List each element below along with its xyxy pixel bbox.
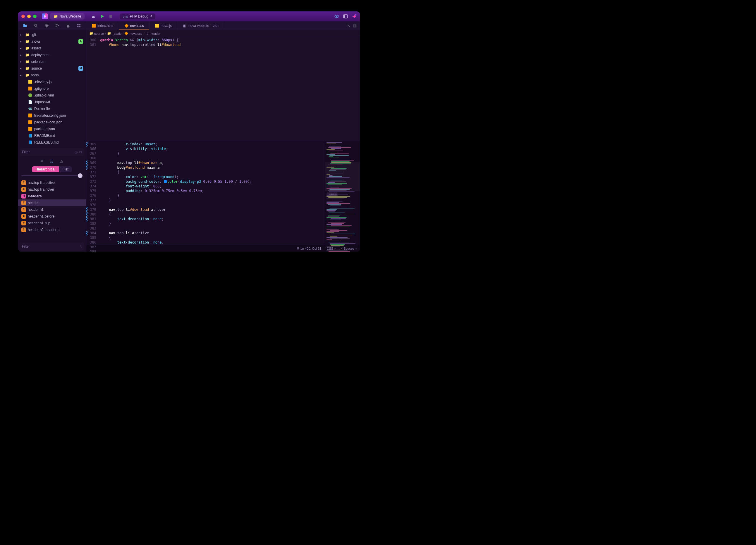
chevron-right-icon[interactable]: ▸	[20, 74, 23, 77]
code-line[interactable]	[99, 226, 325, 231]
chevron-right-icon[interactable]: ▸	[20, 33, 23, 36]
code-line[interactable]: text-decoration: none;	[99, 240, 325, 245]
code-view[interactable]: z-index: unset; visibility: visible; } n…	[99, 141, 325, 245]
file-tree-row[interactable]: ▸📁assets	[18, 45, 86, 51]
symbol-row[interactable]: #header h1	[18, 206, 86, 213]
regex-icon[interactable]: ⑊	[80, 245, 82, 249]
run-icon[interactable]	[100, 14, 104, 19]
symbol-row[interactable]: #header	[18, 200, 86, 206]
cursor-position[interactable]: ⊕ Ln 400, Col 31	[297, 247, 322, 250]
file-tree-row[interactable]: 📘RELEASES.md	[18, 139, 86, 146]
breadcrumb-item[interactable]: 📁source	[89, 32, 104, 35]
file-tree-row[interactable]: 🟨.eleventy.js	[18, 78, 86, 85]
code-line[interactable]	[99, 156, 325, 161]
remote-pane-icon[interactable]	[66, 23, 70, 28]
file-tree-row[interactable]: 🟧.gitignore	[18, 85, 86, 92]
project-title-button[interactable]: 📁 Nova Website	[50, 13, 85, 20]
slider-thumb[interactable]	[78, 173, 83, 178]
file-tree-row[interactable]: 🟧linkinator.config.json	[18, 112, 86, 119]
language-selector[interactable]: CSS ▾	[327, 247, 336, 250]
code-line[interactable]: }	[99, 221, 325, 226]
files-pane-icon[interactable]	[23, 23, 27, 28]
code-line[interactable]: }	[99, 151, 325, 156]
chevron-right-icon[interactable]: ▸	[20, 54, 23, 56]
breadcrumb-item[interactable]: 🔶nova.css	[125, 32, 142, 35]
file-tree-row[interactable]: ▸📁.git	[18, 31, 86, 38]
close-window-button[interactable]	[21, 15, 25, 18]
symbol-row[interactable]: #header h1:before	[18, 213, 86, 220]
editor-tab[interactable]: 🔶nova.css	[119, 21, 150, 30]
code-line[interactable]: font-weight: 800;	[99, 184, 325, 189]
build-icon[interactable]	[91, 14, 96, 19]
warning-icon[interactable]: ⚠	[60, 159, 63, 164]
preview-icon[interactable]	[334, 14, 339, 19]
zoom-window-button[interactable]	[33, 15, 37, 18]
file-tree-row[interactable]: 🟢.gitlab-ci.yml	[18, 92, 86, 99]
file-tree-row[interactable]: ▸📁tools	[18, 72, 86, 78]
file-tree-row[interactable]: 🟧package-lock.json	[18, 119, 86, 126]
symbol-filter-input[interactable]: Filter ⑊	[20, 243, 84, 251]
code-line[interactable]: nav.top li#download a:hover	[99, 207, 325, 212]
breadcrumb-item[interactable]: 📁_static	[107, 32, 121, 35]
code-line[interactable]: {	[99, 236, 325, 240]
file-tree-row[interactable]: ▸📁selenium	[18, 58, 86, 65]
layout-icon[interactable]: ▥	[353, 23, 357, 28]
star-icon[interactable]: ✳	[40, 159, 44, 164]
minimize-window-button[interactable]	[27, 15, 31, 18]
chevron-right-icon[interactable]: ▸	[20, 47, 23, 50]
code-line[interactable]: body#notfound main a	[99, 165, 325, 170]
debug-pane-icon[interactable]	[44, 23, 49, 28]
flat-button[interactable]: Flat	[59, 166, 72, 172]
symbol-row[interactable]: #header h2, header p	[18, 226, 86, 233]
clock-icon[interactable]: ◷	[75, 150, 78, 154]
code-line[interactable]: nav.top li#download a,	[99, 161, 325, 165]
code-line[interactable]: padding: 0.325em 0.75em 0.5em 0.75em;	[99, 189, 325, 193]
code-line[interactable]: {	[99, 170, 325, 175]
breadcrumb-bar[interactable]: 📁source/📁_static/🔶nova.css/#header	[86, 30, 360, 37]
symbols-list[interactable]: #nav.top li a:active#nav.top li a:hoverH…	[18, 179, 86, 241]
chevron-right-icon[interactable]: ▸	[20, 40, 23, 43]
file-tree-row[interactable]: 🟧package.json	[18, 126, 86, 132]
minimap[interactable]: Headers	[325, 141, 360, 245]
add-tab-icon[interactable]	[352, 14, 357, 19]
symbol-row[interactable]: #header h1 sup	[18, 220, 86, 226]
breadcrumb-item[interactable]: #header	[145, 32, 160, 35]
file-tree-row[interactable]: ▸📁deployment	[18, 51, 86, 58]
code-line[interactable]: color: var(--foreground);	[99, 175, 325, 179]
structure-icon[interactable]: ☵	[50, 159, 54, 164]
code-line[interactable]	[99, 203, 325, 207]
symbol-row[interactable]: #nav.top li a:hover	[18, 186, 86, 193]
clips-pane-icon[interactable]	[77, 23, 81, 28]
editor-tab[interactable]: 🟧index.html	[86, 21, 119, 30]
scm-icon[interactable]: ⧉	[79, 150, 82, 154]
panels-icon[interactable]	[343, 14, 348, 19]
file-tree-row[interactable]: 📘README.md	[18, 132, 86, 139]
indent-selector[interactable]: 4 Spaces ▾	[341, 247, 357, 250]
debug-target-selector[interactable]: php PHP Debug ⇵	[120, 13, 155, 19]
code-line[interactable]: z-index: unset;	[99, 142, 325, 147]
code-line[interactable]: }	[99, 198, 325, 203]
stop-icon[interactable]	[109, 14, 113, 19]
line-gutter[interactable]: 3653663673683693703713723733743753763773…	[86, 141, 99, 245]
file-tree-row[interactable]: ▸📁.novaA	[18, 38, 86, 45]
hierarchical-button[interactable]: Hierarchical	[32, 166, 59, 172]
file-tree-row[interactable]: 🐳Dockerfile	[18, 105, 86, 112]
code-line[interactable]: visibility: visible;	[99, 147, 325, 151]
code-line[interactable]: background-color: color(display-p3 0.05 …	[99, 179, 325, 184]
chevron-right-icon[interactable]: ▸	[20, 67, 23, 70]
code-line[interactable]: {	[99, 212, 325, 217]
symbol-row[interactable]: HHeaders	[18, 193, 86, 200]
file-tree[interactable]: ▸📁.git▸📁.novaA▸📁assets▸📁deployment▸📁sele…	[18, 30, 86, 147]
editor-tab[interactable]: 🟨nova.js	[150, 21, 177, 30]
code-line[interactable]: text-decoration: none;	[99, 217, 325, 221]
split-icon[interactable]: ⤡	[347, 23, 350, 28]
file-tree-row[interactable]: 📄.htpasswd	[18, 99, 86, 105]
chevron-right-icon[interactable]: ▸	[20, 60, 23, 63]
scm-pane-icon[interactable]	[55, 23, 59, 28]
symbol-depth-slider[interactable]	[18, 173, 86, 179]
code-line[interactable]: nav.top li a:active	[99, 231, 325, 236]
code-line[interactable]: }	[99, 193, 325, 198]
search-pane-icon[interactable]	[34, 23, 38, 28]
code-area[interactable]: 3653663673683693703713723733743753763773…	[86, 141, 360, 245]
editor-tab[interactable]: ▣nova-website – zsh	[177, 21, 224, 30]
